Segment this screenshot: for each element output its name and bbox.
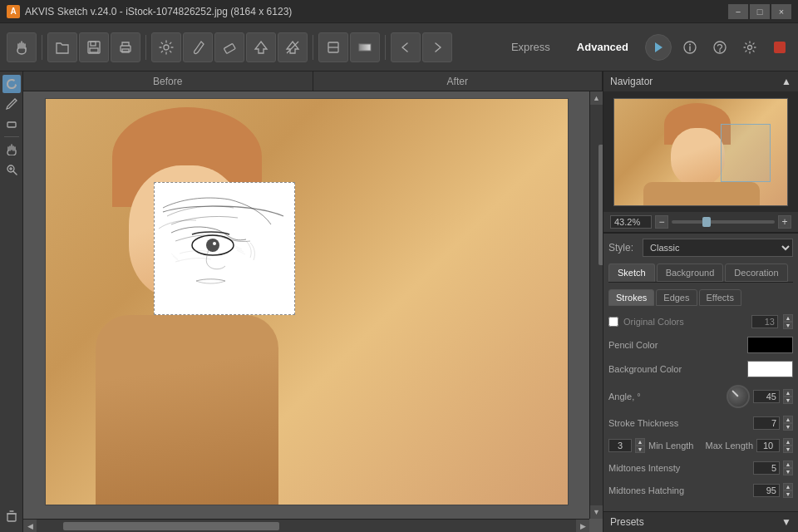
zoom-bar: 43.2% − +: [603, 212, 798, 233]
pencil-color-swatch[interactable]: [747, 337, 793, 353]
original-colors-label: Original Colors: [623, 317, 746, 327]
zoom-slider[interactable]: [672, 220, 775, 224]
zoom-input[interactable]: 43.2%: [610, 215, 652, 229]
background-color-swatch[interactable]: [747, 361, 793, 377]
eraser-tool[interactable]: [214, 32, 244, 62]
zoom-left-tool[interactable]: [2, 160, 21, 179]
zoom-slider-thumb[interactable]: [702, 217, 711, 227]
original-colors-checkbox[interactable]: [608, 317, 618, 327]
help-button[interactable]: [708, 36, 732, 59]
stroke-thickness-down[interactable]: ▼: [783, 423, 793, 431]
zoom-up-button[interactable]: +: [778, 215, 791, 229]
toolbar-separator-2: [145, 35, 146, 60]
pencil-tool[interactable]: [2, 95, 21, 113]
before-tab[interactable]: Before: [23, 71, 313, 91]
plugin-tool[interactable]: [318, 32, 348, 62]
nav-viewport-indicator[interactable]: [721, 124, 771, 182]
angle-arrows: ▲ ▼: [783, 389, 793, 404]
original-colors-value: 13: [751, 315, 778, 328]
vertical-scroll-thumb[interactable]: [598, 145, 603, 265]
svg-rect-20: [7, 122, 16, 127]
save-tool[interactable]: [79, 32, 109, 62]
hand-left-tool[interactable]: [2, 140, 21, 159]
midtones-intensity-up[interactable]: ▲: [783, 461, 793, 468]
horizontal-scrollbar[interactable]: ◀ ▶: [23, 519, 589, 532]
title-text: AKVIS Sketch v.24.0 - iStock-1074826252.…: [25, 6, 292, 17]
alert-button[interactable]: [768, 36, 791, 59]
mode-controls: Express Advanced: [501, 34, 791, 61]
angle-down[interactable]: ▼: [783, 397, 793, 404]
print-tool[interactable]: [111, 32, 140, 62]
decoration-tab[interactable]: Decoration: [725, 264, 787, 282]
effects-subtab[interactable]: Effects: [699, 289, 741, 306]
original-colors-down[interactable]: ▼: [783, 322, 793, 329]
midtones-intensity-down[interactable]: ▼: [783, 468, 793, 475]
eraser-left-tool[interactable]: [2, 115, 21, 133]
gradient-tool[interactable]: [278, 32, 308, 62]
max-length-label: Max Length: [706, 441, 753, 451]
original-colors-row: Original Colors 13 ▲ ▼: [608, 314, 793, 329]
midtones-hatching-up[interactable]: ▲: [783, 483, 793, 490]
select-tool[interactable]: [246, 32, 276, 62]
scroll-right-arrow[interactable]: ▶: [576, 520, 589, 533]
original-colors-up[interactable]: ▲: [783, 314, 793, 322]
after-tab[interactable]: After: [313, 71, 603, 91]
horizontal-scroll-track[interactable]: [37, 521, 576, 531]
app-icon: A: [7, 5, 20, 18]
min-down[interactable]: ▼: [635, 446, 645, 453]
sub-tab-row: Strokes Edges Effects: [608, 289, 793, 306]
lasso-tool[interactable]: [2, 75, 21, 93]
forward-tool[interactable]: [422, 32, 452, 62]
angle-knob[interactable]: [727, 385, 750, 408]
presets-header[interactable]: Presets ▼: [603, 512, 798, 532]
sketch-overlay: [154, 182, 295, 315]
minimize-button[interactable]: −: [728, 4, 748, 19]
background-tab[interactable]: Background: [657, 264, 724, 282]
horizontal-scroll-thumb[interactable]: [63, 522, 279, 530]
svg-marker-12: [655, 42, 663, 52]
close-button[interactable]: ×: [771, 4, 791, 19]
midtones-hatching-label: Midtones Hatching: [608, 485, 750, 495]
maximize-button[interactable]: □: [750, 4, 770, 19]
scroll-up-arrow[interactable]: ▲: [590, 91, 603, 105]
run-button[interactable]: [645, 34, 672, 61]
info-button[interactable]: [678, 36, 702, 59]
min-length-input[interactable]: 3: [608, 439, 632, 452]
scroll-down-arrow[interactable]: ▼: [590, 505, 603, 519]
angle-up[interactable]: ▲: [783, 389, 793, 397]
max-length-input[interactable]: 10: [756, 439, 780, 452]
svg-point-5: [164, 45, 169, 50]
sketch-tab[interactable]: Sketch: [608, 264, 655, 282]
scroll-left-arrow[interactable]: ◀: [23, 520, 37, 533]
stroke-thickness-up[interactable]: ▲: [783, 416, 793, 423]
gradient-tool-2[interactable]: [350, 32, 380, 62]
settings-tool[interactable]: [151, 32, 181, 62]
open-tool[interactable]: [47, 32, 77, 62]
svg-point-30: [213, 242, 216, 245]
navigator-header[interactable]: Navigator ▲: [603, 71, 798, 91]
brush-tool[interactable]: [183, 32, 213, 62]
svg-point-17: [719, 50, 721, 52]
strokes-subtab[interactable]: Strokes: [608, 289, 654, 306]
delete-tool[interactable]: [2, 507, 21, 525]
midtones-hatching-down[interactable]: ▼: [783, 490, 793, 498]
photo-background: [45, 98, 569, 505]
hand-tool[interactable]: [7, 32, 37, 62]
vertical-scrollbar[interactable]: ▲ ▼: [589, 91, 603, 519]
style-row: Style: Classic: [608, 239, 793, 257]
toolbar-separator-4: [385, 35, 386, 60]
min-up[interactable]: ▲: [635, 438, 645, 446]
right-panel: Navigator ▲ 43.2% − +: [603, 71, 798, 532]
back-tool[interactable]: [391, 32, 421, 62]
svg-point-29: [206, 239, 219, 252]
max-up[interactable]: ▲: [783, 438, 793, 446]
express-mode-button[interactable]: Express: [501, 37, 560, 57]
edges-subtab[interactable]: Edges: [656, 289, 697, 306]
svg-rect-11: [359, 44, 371, 51]
advanced-mode-button[interactable]: Advanced: [567, 37, 638, 57]
presets-section: Presets ▼: [603, 511, 798, 532]
preferences-button[interactable]: [738, 36, 761, 59]
max-down[interactable]: ▼: [783, 446, 793, 453]
zoom-down-button[interactable]: −: [655, 215, 668, 229]
style-select[interactable]: Classic: [643, 239, 793, 257]
